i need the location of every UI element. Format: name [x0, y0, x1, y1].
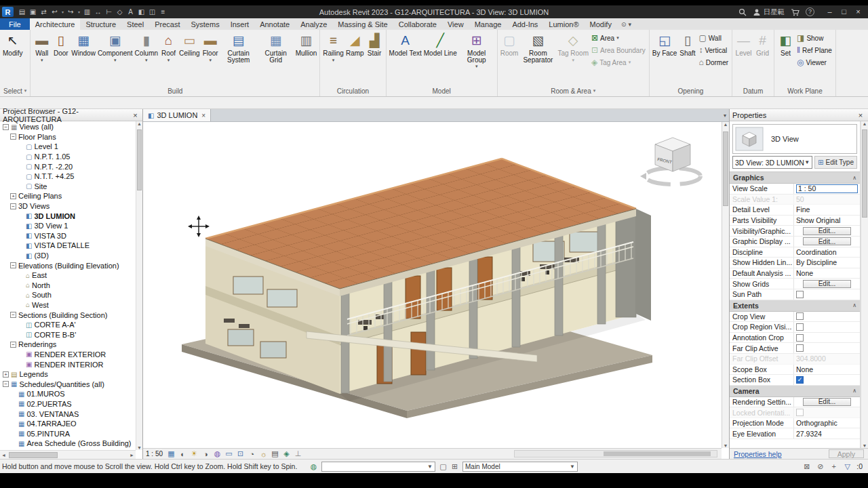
checkbox[interactable]	[796, 312, 804, 320]
scrollbar-thumb[interactable]	[9, 452, 58, 458]
design-options-icon[interactable]: ⊞	[450, 462, 460, 471]
properties-scrollbar[interactable]: ▲ ▼	[861, 121, 868, 448]
ribbon-button-stair[interactable]: ▟Stair	[366, 31, 384, 86]
browser-item-floor-plans[interactable]: −Floor Plans	[0, 132, 136, 142]
design-options-dropdown[interactable]: Main Model ▼	[462, 462, 578, 472]
view-scale-button[interactable]: 1 : 50	[146, 450, 163, 458]
expand-icon[interactable]: +	[10, 193, 16, 199]
browser-item-05-pintura[interactable]: ▦05.PINTURA	[0, 428, 136, 439]
property-value[interactable]: 1 : 50	[794, 184, 860, 194]
browser-item-level-1[interactable]: ▢Level 1	[0, 142, 136, 152]
checkbox[interactable]: ✓	[796, 376, 804, 384]
property-value[interactable]: Edit...	[794, 226, 860, 236]
checkbox[interactable]	[796, 334, 804, 342]
save-icon[interactable]: ▣	[28, 7, 38, 17]
browser-item-elevations-building-elevation[interactable]: −Elevations (Building Elevation)	[0, 260, 136, 270]
ribbon-button-level[interactable]: —Level	[734, 31, 753, 86]
scrollbar-thumb[interactable]	[137, 129, 142, 190]
ribbon-button-tag-area[interactable]: ◈Tag Area▾	[590, 57, 647, 68]
scroll-down-icon[interactable]: ▼	[861, 443, 868, 448]
ribbon-button-column[interactable]: ▮Column▾	[134, 31, 159, 86]
property-value[interactable]	[794, 322, 860, 332]
drawing-canvas[interactable]: FRONT	[143, 122, 722, 448]
expand-icon[interactable]: +	[3, 371, 9, 378]
ribbon-button-wall[interactable]: ▢Wall	[697, 33, 730, 43]
edit-type-button[interactable]: ⊞ Edit Type	[814, 156, 857, 169]
tab-collaborate[interactable]: Collaborate	[393, 18, 442, 30]
section-icon[interactable]: ◫	[147, 7, 157, 17]
property-value[interactable]: None	[794, 268, 860, 279]
ribbon-button-mullion[interactable]: ▥Mullion	[295, 31, 318, 86]
aligned-dimension-icon[interactable]: ⊢	[104, 7, 114, 17]
browser-item-n-p-t-2-20[interactable]: ▢N.P.T. -2.20	[0, 161, 136, 171]
redo-dropdown-icon[interactable]: ▾	[77, 9, 81, 14]
project-browser-header[interactable]: Project Browser - G12-ARQUITECTURA ×	[0, 109, 142, 121]
property-value[interactable]	[794, 407, 860, 418]
account-menu[interactable]: 日星範	[753, 7, 785, 17]
browser-item-04-tarrajeo[interactable]: ▦04.TARRAJEO	[0, 419, 136, 429]
ribbon-button-dormer[interactable]: ⌂Dormer	[697, 57, 730, 68]
collapse-icon[interactable]: −	[10, 312, 16, 318]
close-icon[interactable]: ×	[856, 111, 865, 119]
browser-item-ceiling-plans[interactable]: +Ceiling Plans	[0, 191, 136, 201]
ribbon-button-shaft[interactable]: ▯Shaft	[678, 31, 696, 86]
property-value[interactable]: ✓	[794, 375, 860, 385]
ribbon-button-set[interactable]: ◧Set	[776, 31, 795, 86]
tab-modify[interactable]: Modify	[585, 18, 617, 30]
search-icon[interactable]	[738, 8, 747, 16]
scroll-left-icon[interactable]: ◄	[0, 453, 7, 458]
tab-lumion[interactable]: Lumion®	[543, 18, 584, 30]
measure-icon[interactable]: ↔	[93, 7, 103, 17]
minimize-button[interactable]: –	[823, 7, 836, 17]
ribbon-button-window[interactable]: ▦Window	[71, 31, 96, 86]
ribbon-button-model-line[interactable]: ╱Model Line	[423, 31, 458, 86]
browser-item-n-p-t-1-05[interactable]: ▢N.P.T. 1.05	[0, 152, 136, 162]
property-value[interactable]: Show Original	[794, 216, 860, 226]
property-value[interactable]	[794, 289, 860, 300]
exclude-options-icon[interactable]: ⊘	[815, 462, 825, 471]
property-value[interactable]: Edit...	[794, 237, 860, 247]
browser-item-corte-b-b[interactable]: ◫CORTE B-B'	[0, 329, 136, 340]
browser-item-east[interactable]: ⌂East	[0, 270, 136, 281]
restore-button[interactable]: □	[837, 7, 850, 17]
ribbon-button-curtain-grid[interactable]: ▦Curtain Grid	[258, 31, 294, 86]
property-value[interactable]: By Discipline	[794, 258, 860, 268]
sun-path-icon[interactable]: ☀	[189, 449, 199, 458]
ribbon-button-show[interactable]: ◨Show	[795, 33, 833, 43]
apply-button[interactable]: Apply	[829, 449, 864, 458]
worksets-dropdown[interactable]: ▼	[321, 462, 435, 472]
open-file-icon[interactable]: ▤	[17, 7, 27, 17]
edit-button[interactable]: Edit...	[803, 280, 851, 288]
ribbon-button-grid[interactable]: #Grid	[753, 31, 772, 86]
tab-analyze[interactable]: Analyze	[295, 18, 332, 30]
scrollbar-thumb[interactable]	[723, 131, 728, 206]
browser-item-views-all[interactable]: −▦Views (all)	[0, 122, 136, 132]
browser-item-area-schedule-gross-building[interactable]: ▦Area Schedule (Gross Building)	[0, 439, 136, 449]
ribbon-button-by-face[interactable]: ◱By Face	[652, 31, 678, 86]
browser-item-3d[interactable]: ◧(3D)	[0, 251, 136, 261]
ribbon-button-ramp[interactable]: ◢Ramp	[345, 31, 365, 86]
browser-item-west[interactable]: ⌂West	[0, 300, 136, 310]
close-icon[interactable]: ×	[201, 112, 205, 119]
tab-manage[interactable]: Manage	[469, 18, 507, 30]
ribbon-button-curtain-system[interactable]: ▤Curtain System	[220, 31, 257, 86]
analytical-icon[interactable]: ◈	[281, 449, 292, 458]
scroll-up-icon[interactable]: ▲	[861, 121, 868, 126]
ribbon-button-ref-plane[interactable]: ‖Ref Plane	[795, 45, 833, 56]
scrollbar-thumb[interactable]	[862, 129, 867, 218]
ribbon-display-toggle[interactable]: ⊙▾	[621, 18, 631, 30]
ribbon-button-model-text[interactable]: AModel Text	[389, 31, 422, 86]
browser-item-3d-lumion[interactable]: ◧3D LUMION	[0, 211, 136, 221]
edit-button[interactable]: Edit...	[803, 227, 851, 235]
panel-label-datum[interactable]: Datum	[732, 86, 774, 96]
scroll-right-icon[interactable]: ►	[128, 453, 136, 458]
collapse-icon[interactable]: −	[3, 381, 9, 387]
revit-logo-icon[interactable]: R	[2, 7, 14, 17]
tab-structure[interactable]: Structure	[80, 18, 121, 30]
crop-view-icon[interactable]: ▭	[224, 449, 234, 458]
property-value[interactable]: Fine	[794, 205, 860, 215]
ribbon-button-viewer[interactable]: ◎Viewer	[795, 57, 833, 68]
text-icon[interactable]: A	[125, 7, 136, 17]
scroll-up-icon[interactable]: ▲	[136, 121, 142, 126]
browser-item-site[interactable]: ▢Site	[0, 182, 136, 192]
